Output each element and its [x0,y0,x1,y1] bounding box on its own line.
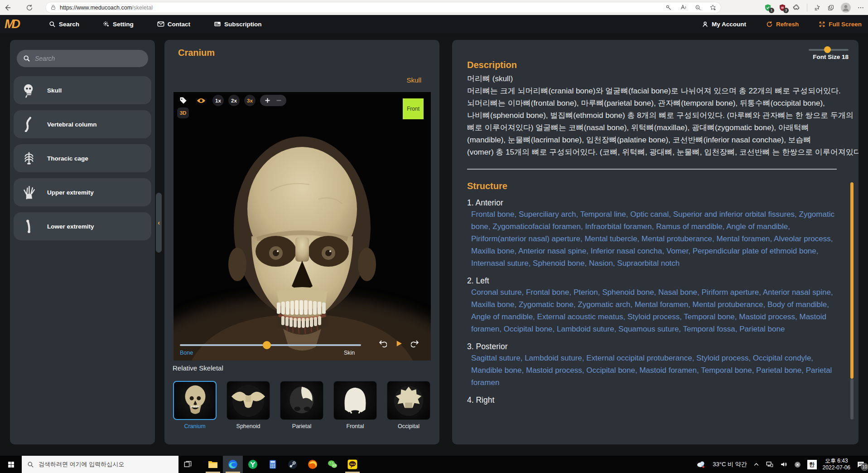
structure-link-occipital-condyle[interactable]: Occipital condyle [753,354,811,362]
notification-center-button[interactable]: 10 [856,460,865,469]
start-button[interactable] [0,456,22,473]
thumbnail-occipital[interactable] [387,381,430,420]
structure-link-frontal-bone[interactable]: Frontal bone [526,288,569,297]
bone-skin-slider-thumb[interactable] [263,341,271,349]
weather-text[interactable]: 33°C 비 약간 [713,460,747,468]
structure-link-mastoid-foramen[interactable]: Mastoid foramen [639,366,697,375]
nav-item-search[interactable]: Search [49,20,79,28]
thumbnail-sphenoid[interactable] [227,381,270,420]
taskbar-app-calculator-icon[interactable] [263,456,283,473]
structure-link-sagittal-suture[interactable]: Sagittal suture [471,354,521,362]
nav-item-subscription[interactable]: Subscription [214,20,262,28]
structure-link-zygomatic-bone[interactable]: Zygomatic bone [519,300,574,309]
scrollbar-track[interactable] [850,379,854,419]
skull-3d-render[interactable] [174,92,431,361]
structure-link-external-acoustic-meatus[interactable]: External acoustic meatus [537,312,623,321]
structure-link-occipital-bone[interactable]: Occipital bone [504,325,553,333]
nav-item-contact[interactable]: Contact [157,20,190,28]
taskbar-app-kakaotalk-icon[interactable]: TALK [342,456,362,473]
nav-item-setting[interactable]: Setting [103,20,134,28]
structure-link-anterior-nasal-spine[interactable]: Anterior nasal spine [763,288,831,297]
structure-link-maxilla-bone[interactable]: Maxilla bone [471,247,514,255]
undo-rotate-button[interactable] [378,339,387,348]
thumbnail-frontal[interactable] [333,381,377,420]
extensions-icon[interactable] [793,4,800,11]
extension-green-shield[interactable]: 1 [764,4,772,12]
structure-link-mental-foramen[interactable]: Mental foramen [716,234,770,243]
font-size-slider[interactable] [809,49,849,51]
browser-profile-avatar[interactable] [841,3,851,13]
sidebar-item-vertebral-column[interactable]: Vertebral column [14,110,151,138]
structure-link-coronal-suture[interactable]: Coronal suture [471,288,522,297]
favorite-icon[interactable] [709,4,716,11]
scrollbar-thumb[interactable] [850,182,854,379]
volume-icon[interactable] [780,460,788,468]
structure-link-zygomaticofacial-foramen[interactable]: Zygomaticofacial foramen [492,222,581,231]
play-button[interactable] [395,339,403,348]
zoom-out-minus-icon[interactable] [275,97,282,104]
structure-link-temporal-bone[interactable]: Temporal bone [684,312,734,321]
bone-skin-slider[interactable] [180,344,361,346]
structure-link-zygomatic-arch[interactable]: Zygomatic arch [578,300,630,309]
taskbar-clock[interactable]: 오후 6:432022-07-06 [823,458,850,471]
url-text[interactable]: https://www.meducoach.com/skeletal [60,5,665,11]
password-icon[interactable] [665,5,672,11]
structure-link-internasal-suture[interactable]: Internasal suture [471,259,529,268]
structure-link-styloid-process[interactable]: Styloid process [696,354,748,362]
label-tag-icon[interactable] [179,96,188,105]
extension-red-shield[interactable]: U03 [778,4,786,12]
structure-link-external-occipital-protuberance[interactable]: External occipital protuberance [586,354,692,362]
structure-link-inferior-nasal-concha[interactable]: Inferior nasal concha [591,247,662,255]
structure-link-superior-and-inferior-orbital-fissures[interactable]: Superior and inferior orbital fissures [673,210,795,219]
hidden-icons-caret[interactable] [753,461,760,468]
zoom-2x-button[interactable]: 2x [228,95,240,106]
structure-link-supraorbital-notch[interactable]: Supraorbital notch [617,259,680,268]
structure-link-nasal-bone[interactable]: Nasal bone [658,288,697,297]
structure-link-superciliary-arch[interactable]: Superciliary arch [519,210,576,219]
structure-link-mastoid-process[interactable]: Mastoid process [526,366,582,375]
font-size-slider-thumb[interactable] [824,46,831,53]
structure-link-mental-protuberance[interactable]: Mental protuberance [641,234,712,243]
thumbnail-cranium[interactable] [173,381,217,420]
structure-link-optic-canal[interactable]: Optic canal [630,210,669,219]
thumbnail-parietal[interactable] [280,381,323,420]
structure-link-temporal-fossa[interactable]: Temporal fossa [683,325,735,333]
structure-link-perpendicular-plate-of-ethmoid-bone[interactable]: Perpendicular plate of ethmoid bone [693,247,816,255]
structure-link-parietal-bone[interactable]: Parietal bone [739,325,785,333]
structure-link-angle-of-mandible[interactable]: Angle of mandible [471,312,533,321]
site-logo[interactable]: MD [5,17,38,31]
taskbar-app-firefox-icon[interactable] [303,456,323,473]
structure-link-frontal-bone[interactable]: Frontal bone [471,210,514,219]
structure-link-vomer[interactable]: Vomer [666,247,688,255]
visibility-eye-icon[interactable] [196,96,206,106]
sidebar-item-lower-extremity[interactable]: Lower extremity [14,212,151,240]
structure-link-styloid-process[interactable]: Styloid process [627,312,680,321]
structure-link-lambdoid-suture[interactable]: Lambdoid suture [557,325,614,333]
structure-link-mental-foramen[interactable]: Mental foramen [635,300,688,309]
structure-link-angle-of-mandible[interactable]: Angle of mandible [726,222,788,231]
nav-item-full-screen[interactable]: Full Screen [819,21,862,28]
browser-reload-button[interactable] [22,2,37,14]
network-icon[interactable] [766,460,774,468]
structure-link-sphenoid-bone[interactable]: Sphenoid bone [602,288,654,297]
structure-link-temporal-bone[interactable]: Temporal bone [701,366,752,375]
nav-item-my-account[interactable]: My Account [702,21,746,28]
structure-link-piriform-aperture[interactable]: Piriform aperture [702,288,759,297]
model-viewport[interactable]: 1x 2x 3x 3D Front Bone Skin [174,92,431,361]
mode-3d-button[interactable]: 3D [177,107,189,118]
zoom-1x-button[interactable]: 1x [212,95,224,106]
structure-link-piriform-anterior-nasal-aperture[interactable]: Piriform(anterior nasal) aperture [471,234,580,243]
address-bar[interactable]: https://www.meducoach.com/skeletal [45,2,721,13]
nav-item-refresh[interactable]: Refresh [766,21,799,28]
structure-link-anterior-nasal-spine[interactable]: Anterior nasal spine [518,247,586,255]
zoom-in-icon[interactable] [264,97,271,104]
taskbar-app-wechat-icon[interactable] [323,456,342,473]
view-front-button[interactable]: Front [403,98,424,119]
structure-link-squamous-suture[interactable]: Squamous suture [618,325,679,333]
taskbar-app-steam-icon[interactable] [283,456,303,473]
sidebar-item-skull[interactable]: Skull [14,76,151,104]
structure-link-ramus-of-mandible[interactable]: Ramus of mandible [656,222,722,231]
taskbar-app-green-app-icon[interactable] [243,456,263,473]
sidebar-item-thoracic-cage[interactable]: Thoracic cage [14,144,151,172]
sidebar-item-upper-extremity[interactable]: Upper extremity [14,178,151,206]
